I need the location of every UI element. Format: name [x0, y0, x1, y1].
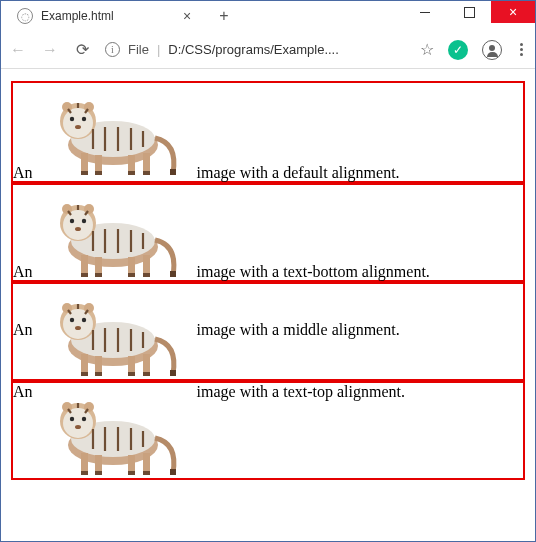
- extension-button[interactable]: ✓: [448, 40, 468, 60]
- site-info-icon[interactable]: i: [105, 42, 120, 57]
- browser-window: ◌ Example.html × + × ← → ⟳ i File | D:/C…: [0, 0, 536, 542]
- row-suffix-text: image with a default alignment.: [193, 164, 400, 181]
- profile-avatar-icon[interactable]: [482, 40, 502, 60]
- titlebar: ◌ Example.html × + ×: [1, 1, 535, 31]
- row-suffix-text: image with a text-top alignment.: [193, 383, 405, 400]
- tiger-image: [33, 185, 193, 280]
- close-window-button[interactable]: ×: [491, 1, 535, 23]
- example-row: An image with a middle alignment.: [11, 282, 525, 381]
- row-prefix-text: An: [13, 321, 33, 338]
- close-tab-icon[interactable]: ×: [179, 8, 195, 24]
- url-separator: |: [157, 42, 160, 57]
- tiger-image: [33, 383, 193, 478]
- address-bar: ← → ⟳ i File | D:/CSS/programs/Example..…: [1, 31, 535, 69]
- maximize-button[interactable]: [447, 1, 491, 23]
- minimize-button[interactable]: [403, 1, 447, 23]
- reload-button[interactable]: ⟳: [73, 41, 91, 59]
- page-content: An image with a default alignment.An ima…: [1, 69, 535, 541]
- row-suffix-text: image with a middle alignment.: [193, 321, 400, 338]
- forward-button[interactable]: →: [41, 41, 59, 59]
- globe-icon: ◌: [17, 8, 33, 24]
- url-scheme-label: File: [128, 42, 149, 57]
- row-suffix-text: image with a text-bottom alignment.: [193, 263, 430, 280]
- browser-tab[interactable]: ◌ Example.html ×: [7, 2, 207, 30]
- url-display[interactable]: i File | D:/CSS/programs/Example....: [105, 42, 406, 57]
- new-tab-button[interactable]: +: [211, 3, 237, 29]
- example-row: An image with a text-top alignment.: [11, 381, 525, 480]
- back-button[interactable]: ←: [9, 41, 27, 59]
- tab-strip: ◌ Example.html × +: [1, 1, 237, 31]
- row-prefix-text: An: [13, 263, 33, 280]
- bookmark-star-icon[interactable]: ☆: [420, 40, 434, 59]
- tiger-image: [33, 83, 193, 178]
- menu-kebab-icon[interactable]: [516, 43, 527, 56]
- example-row: An image with a text-bottom alignment.: [11, 183, 525, 282]
- url-path: D:/CSS/programs/Example....: [168, 42, 339, 57]
- tab-title: Example.html: [41, 9, 171, 23]
- row-prefix-text: An: [13, 383, 33, 400]
- row-prefix-text: An: [13, 164, 33, 181]
- tiger-image: [33, 284, 193, 379]
- example-row: An image with a default alignment.: [11, 81, 525, 183]
- window-controls: ×: [403, 1, 535, 23]
